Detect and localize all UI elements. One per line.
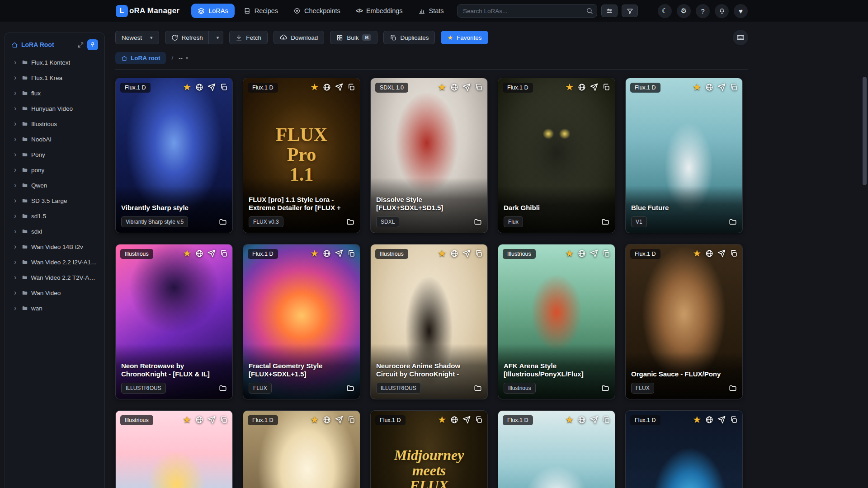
send-icon[interactable] xyxy=(590,83,598,91)
notifications-button[interactable] xyxy=(715,4,729,18)
globe-icon[interactable] xyxy=(323,83,331,91)
lora-card[interactable]: FLUX Pro 1.1 Flux.1 D ★ FLUX [pro] 1.1 S… xyxy=(243,78,360,233)
send-icon[interactable] xyxy=(335,83,343,91)
bulk-button[interactable]: Bulk B xyxy=(330,31,377,44)
globe-icon[interactable] xyxy=(578,249,586,258)
globe-icon[interactable] xyxy=(195,416,203,424)
version-pill[interactable]: FLUX v0.3 xyxy=(249,216,283,227)
lora-card[interactable]: Flux.1 D ★ xyxy=(498,410,615,488)
app-logo[interactable]: L oRA Manager xyxy=(116,5,179,17)
globe-icon[interactable] xyxy=(450,249,458,258)
sidebar-folder-item[interactable]: › Hunyuan Video xyxy=(9,101,101,116)
sidebar-folder-item[interactable]: › Wan Video 14B t2v xyxy=(9,239,101,254)
favorite-star-icon[interactable]: ★ xyxy=(565,82,574,92)
sidebar-folder-item[interactable]: › Flux.1 Kontext xyxy=(9,55,101,70)
favorites-heart-button[interactable]: ♥ xyxy=(734,4,748,18)
chevron-right-icon[interactable]: › xyxy=(14,182,19,189)
favorite-star-icon[interactable]: ★ xyxy=(183,82,191,92)
chevron-right-icon[interactable]: › xyxy=(14,274,19,281)
theme-toggle-button[interactable]: ☾ xyxy=(658,4,672,18)
globe-icon[interactable] xyxy=(578,416,586,424)
filter-button[interactable] xyxy=(622,5,638,17)
sidebar-folder-item[interactable]: › Wan Video 2.2 I2V-A14B xyxy=(9,254,101,270)
sort-options-button[interactable] xyxy=(601,5,618,17)
send-icon[interactable] xyxy=(717,249,726,258)
send-icon[interactable] xyxy=(208,249,216,258)
lora-card[interactable]: Flux.1 D ★ Dark Ghibli Flux xyxy=(498,78,615,233)
copy-icon[interactable] xyxy=(475,249,483,258)
keyboard-shortcuts-button[interactable] xyxy=(733,30,748,45)
chevron-right-icon[interactable]: › xyxy=(14,59,19,66)
favorite-star-icon[interactable]: ★ xyxy=(693,82,701,92)
lora-card[interactable]: Illustrious ★ Neon Retrowave by ChronoKn… xyxy=(115,244,233,399)
sidebar-folder-item[interactable]: › wan xyxy=(9,300,101,316)
send-icon[interactable] xyxy=(462,83,471,91)
chevron-right-icon[interactable]: › xyxy=(14,258,19,266)
favorite-star-icon[interactable]: ★ xyxy=(310,415,319,424)
sidebar-folder-item[interactable]: › Illustrious xyxy=(9,116,101,131)
favorite-star-icon[interactable]: ★ xyxy=(183,415,191,424)
copy-icon[interactable] xyxy=(602,83,610,91)
lora-card[interactable]: Illustrious ★ Neurocore Anime Shadow Cir… xyxy=(370,244,488,399)
favorite-star-icon[interactable]: ★ xyxy=(438,415,446,424)
folder-icon[interactable] xyxy=(729,384,737,392)
nav-tab-recipes[interactable]: Recipes xyxy=(237,4,284,18)
lora-card[interactable]: Flux.1 D ★ Blue Future V1 xyxy=(625,78,743,233)
copy-icon[interactable] xyxy=(602,416,610,424)
favorites-filter-button[interactable]: ★ Favorites xyxy=(441,31,488,44)
send-icon[interactable] xyxy=(462,416,471,424)
folder-icon[interactable] xyxy=(346,218,354,226)
send-icon[interactable] xyxy=(590,249,598,258)
favorite-star-icon[interactable]: ★ xyxy=(310,249,319,258)
sidebar-folder-item[interactable]: › sd1.5 xyxy=(9,208,101,224)
search-input[interactable] xyxy=(457,4,597,18)
sort-dropdown[interactable]: Newest ▾ xyxy=(115,31,159,44)
lora-card[interactable]: Flux.1 D ★ Fractal Geometry Style [FLUX+… xyxy=(243,244,360,399)
chevron-right-icon[interactable]: › xyxy=(14,305,19,312)
chevron-right-icon[interactable]: › xyxy=(14,289,19,296)
chevron-right-icon[interactable]: › xyxy=(14,136,19,143)
favorite-star-icon[interactable]: ★ xyxy=(693,415,701,424)
breadcrumb-current[interactable]: -- ▾ xyxy=(179,55,188,61)
lora-card[interactable]: Midjourney meets FLUX Flux.1 D ★ xyxy=(370,410,488,488)
lora-card[interactable]: SDXL 1.0 ★ Dissolve Style [FLUX+SDXL+SD1… xyxy=(370,78,488,233)
lora-card[interactable]: Flux.1 D ★ Vibrantly Sharp style Vibrant… xyxy=(115,78,233,233)
lora-card[interactable]: Illustrious ★ xyxy=(115,410,233,488)
lora-card[interactable]: Illustrious ★ AFK Arena Style [Illustrio… xyxy=(498,244,615,399)
copy-icon[interactable] xyxy=(220,416,228,424)
folder-icon[interactable] xyxy=(601,218,609,226)
version-pill[interactable]: V1 xyxy=(631,216,647,227)
sidebar-folder-item[interactable]: › Wan Video 2.2 T2V-A14B xyxy=(9,270,101,285)
nav-tab-loras[interactable]: LoRAs xyxy=(191,4,235,18)
nav-tab-stats[interactable]: Stats xyxy=(412,4,450,18)
refresh-button[interactable]: Refresh ▾ xyxy=(165,31,224,44)
copy-icon[interactable] xyxy=(475,83,483,91)
sidebar-folder-item[interactable]: › Wan Video xyxy=(9,285,101,300)
send-icon[interactable] xyxy=(335,249,343,258)
globe-icon[interactable] xyxy=(705,416,713,424)
sidebar-folder-item[interactable]: › pony xyxy=(9,162,101,178)
chevron-right-icon[interactable]: › xyxy=(14,197,19,204)
scrollbar-thumb[interactable] xyxy=(863,77,867,185)
lora-card[interactable]: Flux.1 D ★ xyxy=(625,410,743,488)
folder-icon[interactable] xyxy=(729,218,737,226)
copy-icon[interactable] xyxy=(347,416,355,424)
copy-icon[interactable] xyxy=(730,416,738,424)
chevron-right-icon[interactable]: › xyxy=(14,212,19,220)
version-pill[interactable]: ILLUSTRIOUS xyxy=(376,383,421,394)
lora-card[interactable]: Flux.1 D ★ xyxy=(243,410,360,488)
version-pill[interactable]: ILLUSTRIOUS xyxy=(121,383,166,394)
folder-icon[interactable] xyxy=(474,384,482,392)
chevron-right-icon[interactable]: › xyxy=(14,74,19,81)
globe-icon[interactable] xyxy=(195,249,203,258)
send-icon[interactable] xyxy=(717,83,726,91)
send-icon[interactable] xyxy=(462,249,471,258)
copy-icon[interactable] xyxy=(730,83,738,91)
version-pill[interactable]: FLUX xyxy=(249,383,272,394)
favorite-star-icon[interactable]: ★ xyxy=(565,415,574,424)
globe-icon[interactable] xyxy=(578,83,586,91)
copy-icon[interactable] xyxy=(347,83,355,91)
send-icon[interactable] xyxy=(208,416,216,424)
settings-button[interactable]: ⚙ xyxy=(677,4,691,18)
refresh-dropdown-caret[interactable]: ▾ xyxy=(212,31,223,44)
